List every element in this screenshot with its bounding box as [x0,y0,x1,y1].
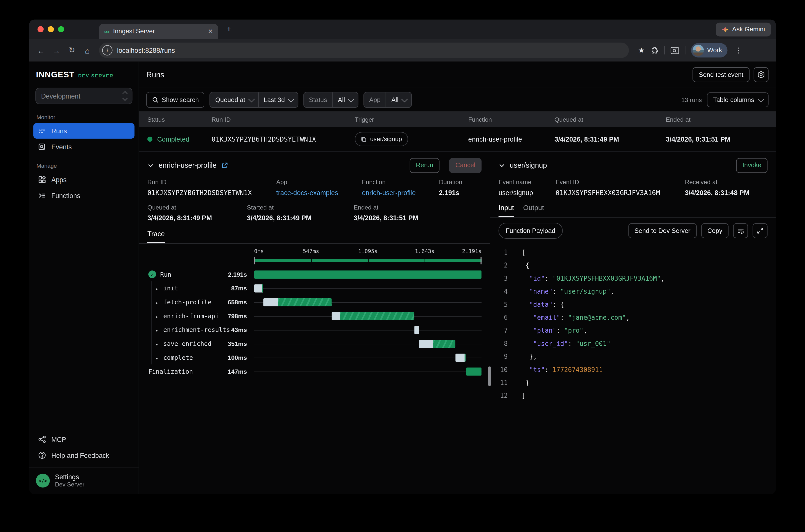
timeline-minimap [147,257,482,264]
zoom-window-button[interactable] [58,26,64,32]
info-icon[interactable]: i [102,45,112,56]
step-bar [466,367,482,376]
rerun-button[interactable]: Rerun [410,158,439,173]
reload-icon[interactable]: ↻ [65,46,79,55]
code-text: { [522,259,529,272]
ask-gemini-label: Ask Gemini [732,26,765,33]
expand-chevron-icon[interactable]: ▸ [155,285,159,292]
time-range-select[interactable]: Last 3d [259,96,298,103]
browser-window: ∞ Inngest Server ✕ + Ask Gemini ← → ↻ [30,19,776,494]
step-duration: 798ms [223,312,254,320]
run-table-row[interactable]: Completed 01KJXSYPZYB6TH2DSDSYETWN1X use… [139,127,776,152]
expand-chevron-icon[interactable]: ▸ [155,340,159,347]
expand-chevron-icon[interactable]: ▸ [155,298,159,306]
trace-row-finalization[interactable]: Finalization147ms [147,364,482,378]
divider [139,243,490,244]
invoke-button[interactable]: Invoke [736,158,767,173]
section-label-manage: Manage [30,155,139,171]
step-duration: 351ms [223,340,254,347]
home-icon[interactable]: ⌂ [81,46,94,55]
back-icon[interactable]: ← [34,46,48,55]
received-at-value: 3/4/2026, 8:31:48 PM [685,189,749,196]
forward-icon[interactable]: → [50,46,63,55]
send-test-event-button[interactable]: Send test event [693,67,750,82]
kebab-menu-icon[interactable]: ⋮ [735,46,742,55]
tick-label: 1.095s [358,248,378,254]
sidebar-settings[interactable]: </> Settings Dev Server [30,468,139,494]
app-filter-label: App [364,96,386,103]
collapse-chevron-icon[interactable] [499,162,505,169]
queued-at-label: Queued at [215,96,245,103]
tree-guide-line [151,281,152,364]
tab-input[interactable]: Input [499,204,514,217]
inngest-app: INNGEST DEV SERVER Development MonitorRu… [30,62,776,494]
show-search-button[interactable]: Show search [146,92,205,108]
trace-row-fetch-profile[interactable]: ▸fetch-profile658ms [147,295,482,309]
side-panel-search-icon[interactable] [670,46,679,54]
sidebar-item-mcp[interactable]: MCP [33,432,134,447]
functions-list-icon [38,191,46,200]
step-name: init [163,285,178,292]
queued-at-value: 3/4/2026, 8:31:49 PM [147,214,247,222]
copy-button[interactable]: Copy [701,223,729,238]
minimize-window-button[interactable] [48,26,54,32]
app-link[interactable]: trace-docs-examples [276,189,362,196]
tick-label: 1.643s [415,248,434,254]
expand-chevron-icon[interactable]: ▸ [155,354,159,361]
url-bar[interactable]: i localhost:8288/runs [99,42,629,58]
time-field-filter[interactable]: Queued at Last 3d [210,92,298,108]
external-link-icon[interactable] [221,162,228,169]
sidebar-item-events[interactable]: Events [33,139,134,154]
screen: ∞ Inngest Server ✕ + Ask Gemini ← → ↻ [0,0,805,532]
close-window-button[interactable] [38,26,44,32]
event-copy-icon [361,136,367,142]
environment-select[interactable]: Development [35,88,132,104]
table-columns-button[interactable]: Table columns [707,92,768,107]
expand-button[interactable] [753,223,768,238]
queued-at-select[interactable]: Queued at [210,96,258,103]
sidebar-item-apps[interactable]: Apps [33,172,134,187]
trace-row-enrichment-results[interactable]: ▸enrichment-results43ms [147,323,482,337]
cancel-button[interactable]: Cancel [449,158,482,173]
minimap-track[interactable] [254,257,482,264]
trace-row-save-enriched[interactable]: ▸save-enriched351ms [147,337,482,350]
expand-chevron-icon[interactable]: ▸ [155,326,159,334]
step-duration: 100ms [223,354,254,361]
status-filter-value[interactable]: All [333,96,358,103]
trace-row-init[interactable]: ▸init87ms [147,281,482,295]
trace-row-run[interactable]: ✓Run2.191s [147,267,482,281]
tick-label: 2.191s [462,248,482,254]
event-name-label: Event name [499,179,556,186]
sidebar: INNGEST DEV SERVER Development MonitorRu… [30,62,139,494]
status-filter[interactable]: Status All [303,92,358,108]
send-to-dev-server-button[interactable]: Send to Dev Server [628,223,697,238]
settings-gear-button[interactable] [754,67,769,82]
tab-output[interactable]: Output [523,204,544,217]
profile-chip[interactable]: Work [691,43,727,57]
collapse-chevron-icon[interactable] [147,162,154,169]
event-name-value: user/signup [499,189,556,196]
sidebar-item-help-and-feedback[interactable]: Help and Feedback [33,448,134,463]
step-bar [254,270,482,279]
app-filter[interactable]: App All [363,92,412,108]
ask-gemini-button[interactable]: Ask Gemini [716,22,771,36]
trace-row-complete[interactable]: ▸complete100ms [147,350,482,364]
bookmark-star-icon[interactable]: ★ [638,46,645,55]
line-number: 6 [499,311,508,324]
tab-trace[interactable]: Trace [147,230,165,243]
line-number: 7 [499,324,508,337]
app-filter-value[interactable]: All [386,96,411,103]
sidebar-item-runs[interactable]: Runs [33,123,134,139]
profile-name: Work [707,47,722,54]
extensions-icon[interactable] [650,46,658,55]
inngest-logo: INNGEST [36,71,74,80]
sidebar-item-functions[interactable]: Functions [33,188,134,203]
close-tab-icon[interactable]: ✕ [208,27,213,35]
trace-row-enrich-from-api[interactable]: ▸enrich-from-api798ms [147,309,482,323]
word-wrap-button[interactable] [733,223,748,238]
expand-chevron-icon[interactable]: ▸ [155,312,159,320]
function-link[interactable]: enrich-user-profile [362,189,439,196]
new-tab-button[interactable]: + [226,24,231,34]
trigger-pill[interactable]: user/signup [355,132,408,146]
browser-tab[interactable]: ∞ Inngest Server ✕ [99,24,218,39]
